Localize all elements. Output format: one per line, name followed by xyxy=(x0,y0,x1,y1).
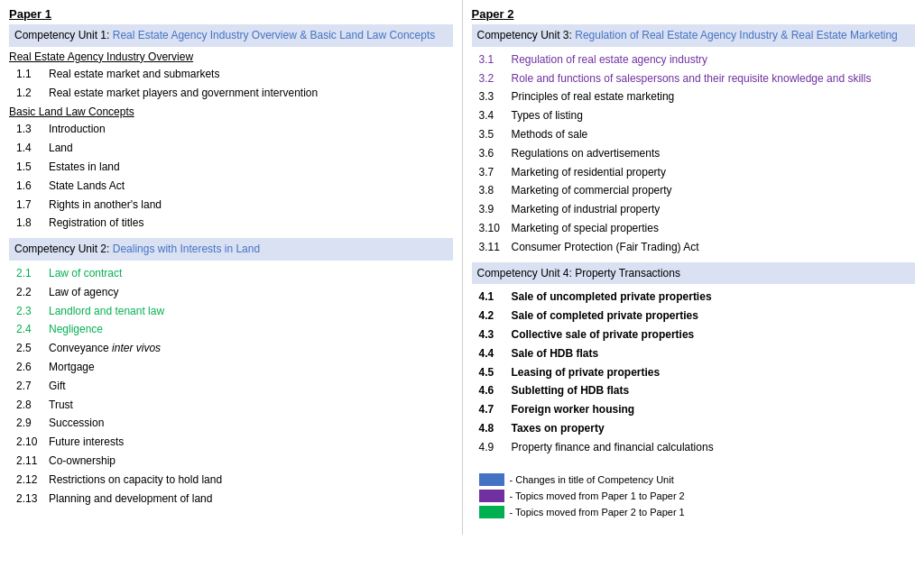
list-item: 1.6 State Lands Act xyxy=(9,177,453,196)
competency-unit-3-header: Competency Unit 3: Regulation of Real Es… xyxy=(472,24,916,47)
list-item: 2.1 Law of contract xyxy=(9,264,453,283)
list-item: 4.6 Subletting of HDB flats xyxy=(472,381,916,400)
list-item: 1.1 Real estate market and submarkets xyxy=(9,65,453,84)
legend-color-blue xyxy=(479,473,504,486)
list-item: 3.3 Principles of real estate marketing xyxy=(472,87,916,106)
paper2-column: Paper 2 Competency Unit 3: Regulation of… xyxy=(463,0,925,535)
list-item: 2.6 Mortgage xyxy=(9,358,453,377)
list-item: 3.6 Regulations on advertisements xyxy=(472,144,916,163)
list-item: 1.5 Estates in land xyxy=(9,158,453,177)
list-item: 3.7 Marketing of residential property xyxy=(472,163,916,182)
list-item: 2.12 Restrictions on capacity to hold la… xyxy=(9,471,453,490)
competency-unit-4-header: Competency Unit 4: Property Transactions xyxy=(472,262,916,285)
list-item: 1.8 Registration of titles xyxy=(9,214,453,233)
list-item: 1.4 Land xyxy=(9,139,453,158)
legend-color-purple xyxy=(479,490,504,502)
cu3-label: Competency Unit 3: xyxy=(477,29,576,41)
paper2-title: Paper 2 xyxy=(472,7,916,21)
list-item: 4.2 Sale of completed private properties xyxy=(472,307,916,325)
list-item: 4.7 Foreign worker housing xyxy=(472,400,916,419)
list-item: 2.3 Landlord and tenant law xyxy=(9,302,453,321)
list-item: 2.13 Planning and development of land xyxy=(9,490,453,508)
legend: - Changes in title of Competency Unit - … xyxy=(472,468,916,527)
cu2-link[interactable]: Dealings with Interests in Land xyxy=(113,243,260,255)
cu3-link[interactable]: Regulation of Real Estate Agency Industr… xyxy=(575,29,898,41)
cu2-label: Competency Unit 2: xyxy=(14,243,113,255)
competency-unit-2-header: Competency Unit 2: Dealings with Interes… xyxy=(9,238,453,261)
section1-header: Real Estate Agency Industry Overview xyxy=(9,50,453,63)
list-item: 3.4 Types of listing xyxy=(472,106,916,125)
paper1-column: Paper 1 Competency Unit 1: Real Estate A… xyxy=(0,0,463,535)
cu4-label: Competency Unit 4: xyxy=(477,267,576,279)
legend-item-purple: - Topics moved from Paper 1 to Paper 2 xyxy=(479,490,909,502)
competency-unit-1-header: Competency Unit 1: Real Estate Agency In… xyxy=(9,24,453,47)
section2-header: Basic Land Law Concepts xyxy=(9,105,453,118)
list-item: 3.5 Methods of sale xyxy=(472,125,916,144)
list-item: 2.8 Trust xyxy=(9,396,453,415)
cu4-title: Property Transactions xyxy=(575,267,680,279)
legend-item-blue: - Changes in title of Competency Unit xyxy=(479,473,909,486)
list-item: 3.9 Marketing of industrial property xyxy=(472,200,916,219)
list-item: 4.4 Sale of HDB flats xyxy=(472,344,916,363)
list-item: 3.11 Consumer Protection (Fair Trading) … xyxy=(472,238,916,257)
list-item: 2.9 Succession xyxy=(9,414,453,433)
list-item: 3.8 Marketing of commercial property xyxy=(472,181,916,200)
legend-color-green xyxy=(479,506,504,518)
list-item: 2.2 Law of agency xyxy=(9,283,453,302)
list-item: 4.5 Leasing of private properties xyxy=(472,363,916,382)
list-item: 1.2 Real estate market players and gover… xyxy=(9,84,453,103)
legend-text-green: - Topics moved from Paper 2 to Paper 1 xyxy=(510,507,685,518)
legend-text-purple: - Topics moved from Paper 1 to Paper 2 xyxy=(510,490,685,501)
list-item: 1.3 Introduction xyxy=(9,120,453,139)
legend-item-green: - Topics moved from Paper 2 to Paper 1 xyxy=(479,506,909,518)
legend-text-blue: - Changes in title of Competency Unit xyxy=(510,474,674,485)
list-item: 2.5 Conveyance inter vivos xyxy=(9,339,453,358)
list-item: 3.10 Marketing of special properties xyxy=(472,219,916,238)
cu1-label: Competency Unit 1: xyxy=(14,29,113,41)
list-item: 2.4 Negligence xyxy=(9,320,453,339)
list-item: 1.7 Rights in another's land xyxy=(9,196,453,215)
list-item: 4.8 Taxes on property xyxy=(472,419,916,438)
list-item: 4.1 Sale of uncompleted private properti… xyxy=(472,288,916,307)
paper1-title: Paper 1 xyxy=(9,7,453,21)
list-item: 4.9 Property finance and financial calcu… xyxy=(472,438,916,457)
list-item: 2.10 Future interests xyxy=(9,433,453,452)
list-item: 2.7 Gift xyxy=(9,377,453,396)
list-item: 3.1 Regulation of real estate agency ind… xyxy=(472,50,916,69)
list-item: 2.11 Co-ownership xyxy=(9,452,453,471)
list-item: 3.2 Role and functions of salespersons a… xyxy=(472,69,916,88)
cu1-link[interactable]: Real Estate Agency Industry Overview & B… xyxy=(113,29,436,41)
list-item: 4.3 Collective sale of private propertie… xyxy=(472,325,916,344)
